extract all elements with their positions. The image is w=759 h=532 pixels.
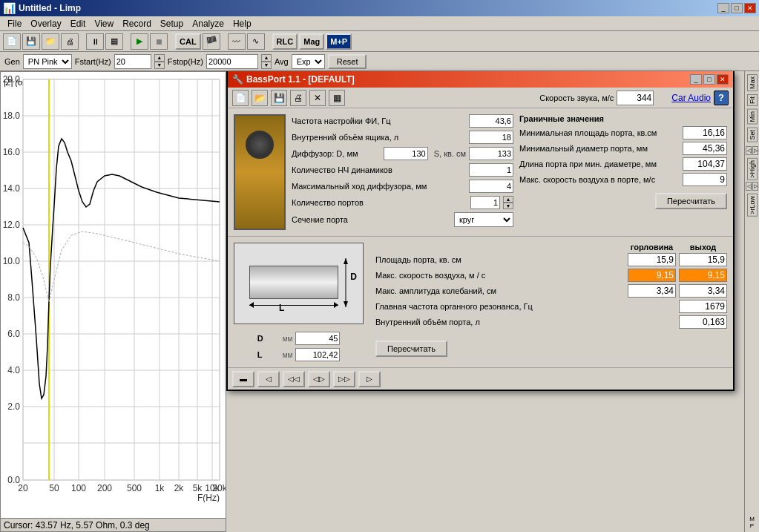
max-exc-input[interactable] [469,180,513,193]
sidebar-high[interactable]: >High [747,158,758,180]
port-l-input[interactable] [295,348,340,361]
dialog-maximize[interactable]: □ [703,74,715,85]
count-nh-input[interactable] [469,163,513,177]
wave-button[interactable]: 〰 [228,33,246,50]
car-audio-link[interactable]: Car Audio [671,93,711,103]
reset-button[interactable]: Reset [328,54,367,69]
max-amp-gorlovyna: 3,34 [628,284,676,298]
shape-btn-3[interactable]: ◁▷ [308,371,330,387]
sidebar-right-arrow2[interactable]: ▷ [752,182,758,191]
maximize-button[interactable]: □ [731,3,743,13]
recalc-border-button[interactable]: Пересчитать [655,193,727,209]
fstop-down[interactable]: ▼ [261,62,272,69]
dialog-content-top: Частота настройки ФИ, Гц Внутренний объё… [228,108,733,236]
dialog-titlebar: 🔧 BassPort 1.1 - [DEFAULT] _ □ ✕ [228,71,733,88]
section-select[interactable]: круг [454,212,513,227]
sidebar-left-arrow2[interactable]: ◁ [746,182,752,191]
fstop-input[interactable] [206,54,258,69]
gen-select[interactable]: PN Pink [23,54,72,69]
diffusor-s-input[interactable] [469,147,513,160]
max-speed-border-label: Макс. скорость воздуха в порте, м/с [519,175,683,184]
main-area: |Z| (ohm) [0,71,759,532]
diffusor-d-input[interactable] [384,147,428,160]
right-section: 🔧 BassPort 1.1 - [DEFAULT] _ □ ✕ 📄 📂 💾 🖨… [226,71,759,532]
count-port-input[interactable] [470,196,500,209]
dialog-table[interactable]: ▦ [329,90,345,106]
sidebar-mp: MP [748,514,756,531]
close-button[interactable]: ✕ [744,3,756,13]
max-exc-label: Максимальный ход диффузора, мм [292,182,466,191]
cal-button[interactable]: CAL [175,33,201,50]
dialog-delete[interactable]: ✕ [309,90,326,106]
dialog-new[interactable]: 📄 [232,90,249,106]
status-bar: Cursor: 43.57 Hz, 5.57 Ohm, 0.3 deg [1,518,226,531]
avg-select[interactable]: Exp [292,54,325,69]
shape-btn-2[interactable]: ◁◁ [283,371,305,387]
menu-record[interactable]: Record [118,17,156,30]
sine-button[interactable]: ∿ [247,33,265,50]
shape-btn-4[interactable]: ▷▷ [333,371,355,387]
speaker-circle [246,131,274,159]
mp-button[interactable]: M+P [326,33,352,50]
flag-button[interactable]: 🏴 [203,33,220,50]
pause-button[interactable]: ⏸ [86,33,104,50]
menu-overlay[interactable]: Overlay [26,17,65,30]
count-port-down[interactable]: ▼ [503,203,513,209]
dialog-open[interactable]: 📂 [252,90,268,106]
menu-bar: File Overlay Edit View Record Setup Anal… [0,16,759,31]
svg-text:1k: 1k [155,483,165,493]
menu-edit[interactable]: Edit [66,17,91,30]
rlc-button[interactable]: RLC [272,33,298,50]
shape-btn-1[interactable]: ◁ [257,371,280,387]
shape-btn-5[interactable]: ▷ [358,371,381,387]
sidebar-rlow[interactable]: >rLow [747,194,758,217]
port-d-input[interactable] [295,332,340,345]
volume-input[interactable] [469,131,513,144]
grid-button[interactable]: ▦ [105,33,123,50]
svg-text:5k: 5k [193,483,203,493]
stop-button[interactable]: ⏹ [150,33,168,50]
menu-view[interactable]: View [90,17,118,30]
speed-input[interactable] [617,91,654,105]
fstart-input[interactable] [114,54,151,69]
dialog-save[interactable]: 💾 [271,90,287,106]
freq-input[interactable] [469,114,513,128]
menu-file[interactable]: File [3,17,26,30]
menu-help[interactable]: Help [229,17,256,30]
dialog-bottom-toolbar: ▬ ◁ ◁◁ ◁▷ ▷▷ ▷ [228,367,733,390]
mag-button[interactable]: Mag [299,33,324,50]
menu-analyze[interactable]: Analyze [188,17,229,30]
sidebar-right-arrow[interactable]: ▷ [752,146,758,155]
dialog-close[interactable]: ✕ [717,74,729,85]
sidebar-max[interactable]: Max [747,74,758,91]
port-d-diagram-label: D [350,272,357,282]
shape-btn-0[interactable]: ▬ [232,371,254,387]
sidebar-arrows: ◁ ▷ [746,146,758,155]
save-button[interactable]: 💾 [22,33,40,50]
count-port-up[interactable]: ▲ [503,196,513,203]
svg-text:500: 500 [127,483,142,493]
svg-text:14.0: 14.0 [3,183,21,194]
new-button[interactable]: 📄 [3,33,21,50]
border-values-panel: Граничные значения Минимальная площадь п… [519,114,727,230]
recalc-button[interactable]: Пересчитать [375,341,447,357]
svg-text:2k: 2k [174,483,185,493]
dialog-print[interactable]: 🖨 [290,90,306,106]
help-button[interactable]: ? [714,91,729,105]
sidebar-fit[interactable]: Fit [747,94,758,106]
menu-setup[interactable]: Setup [156,17,188,30]
fstop-up[interactable]: ▲ [261,54,272,62]
sidebar-set[interactable]: Set [747,128,758,142]
play-button[interactable]: ▶ [131,33,148,50]
minimize-button[interactable]: _ [717,3,729,13]
print-button[interactable]: 🖨 [61,33,79,50]
fstart-down[interactable]: ▼ [154,62,165,69]
dialog-minimize[interactable]: _ [690,74,702,85]
sidebar-left-arrow[interactable]: ◁ [746,146,752,155]
min-diam-value: 45,36 [683,142,727,155]
max-amp-vyhod: 3,34 [679,284,727,298]
fstart-up[interactable]: ▲ [154,54,165,62]
port-diagram-area: D L D [234,243,364,361]
open-button[interactable]: 📁 [42,33,59,50]
sidebar-min[interactable]: Min [747,109,758,125]
